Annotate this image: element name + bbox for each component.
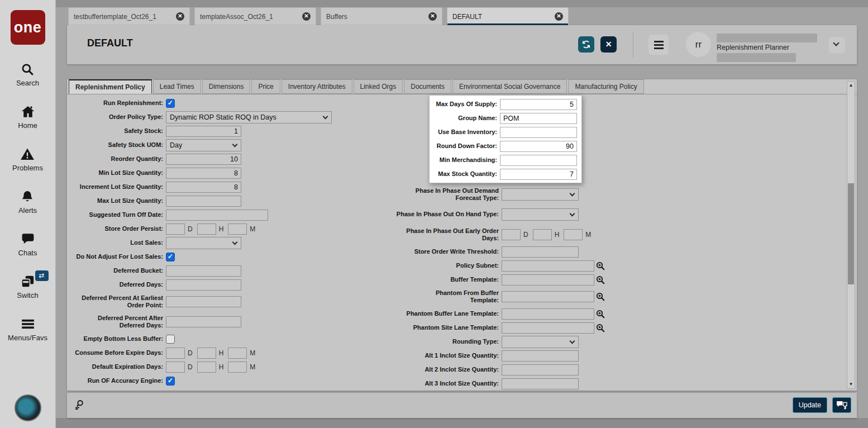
alt-3-inclot-size-quantity-input[interactable]: [502, 378, 579, 389]
workspace-tab[interactable]: templateAssoc_Oct26_1 ✕: [194, 7, 316, 25]
default-expiration-days-input[interactable]: [166, 362, 185, 373]
close-tab-icon[interactable]: ✕: [176, 12, 184, 21]
assistant-avatar[interactable]: [15, 394, 41, 421]
zoom-in-lookup-icon[interactable]: [596, 261, 605, 270]
store-order-persist-hours-input[interactable]: [197, 223, 216, 235]
tab-manufacturing-policy[interactable]: Manufacturing Policy: [568, 79, 643, 94]
suggested-turn-off-date-input[interactable]: [166, 210, 268, 221]
phase-in-phase-out-on-hand-type-select[interactable]: [502, 208, 579, 221]
increment-lot-size-quantity-input[interactable]: [166, 182, 241, 193]
order-policy-type-select[interactable]: Dynamic ROP Static ROQ in Days: [166, 111, 332, 123]
tab-linked-orgs[interactable]: Linked Orgs: [354, 79, 403, 94]
phantom-buffer-lane-template-input[interactable]: [502, 308, 594, 320]
sidebar-item-switch[interactable]: ⇄ Switch: [17, 270, 38, 299]
alt-1-inclot-size-quantity-input[interactable]: [502, 350, 579, 362]
phase-in-phase-out-demand-forecast-type-select[interactable]: [502, 188, 579, 201]
max-days-of-supply-input[interactable]: [500, 99, 577, 110]
tab-documents[interactable]: Documents: [404, 79, 451, 94]
deferred-percent-at-earliest-order-point-input[interactable]: [166, 296, 241, 307]
scroll-down-arrow[interactable]: ▼: [847, 381, 855, 388]
zoom-in-lookup-icon[interactable]: [596, 292, 605, 301]
tab-environmental-social-governance[interactable]: Environmental Social Governance: [452, 79, 567, 94]
do-not-adjust-for-lost-sales-checkbox[interactable]: [166, 253, 175, 261]
deferred-bucket-input[interactable]: [166, 265, 241, 277]
tab-price[interactable]: Price: [251, 79, 280, 94]
default-expiration-hours-input[interactable]: [197, 362, 216, 373]
safety-stock-uom-select[interactable]: Day: [166, 139, 241, 151]
field-phantom-site-lane-template: Phantom Site Lane Template:: [391, 321, 670, 335]
sidebar-item-alerts[interactable]: Alerts: [18, 186, 37, 215]
deferred-percent-after-deferred-days-input[interactable]: [166, 316, 241, 327]
field-label: Phantom Site Lane Template:: [391, 324, 502, 331]
close-tab-icon[interactable]: ✕: [302, 12, 311, 21]
consume-before-expire-minutes-input[interactable]: [228, 348, 247, 359]
header-menu-button[interactable]: [648, 35, 669, 55]
consume-before-expire-hours-input[interactable]: [197, 348, 216, 359]
run-of-accuracy-engine-checkbox[interactable]: [166, 377, 175, 386]
user-avatar[interactable]: rr: [686, 32, 711, 57]
field-run-replenishment: Run Replenishment:: [73, 96, 374, 110]
use-base-inventory-input[interactable]: [500, 127, 577, 138]
policy-subnet-input[interactable]: [502, 260, 594, 272]
tab-inventory-attributes[interactable]: Inventory Attributes: [282, 79, 352, 94]
min-merchandising-input[interactable]: [500, 155, 577, 166]
buffer-template-input[interactable]: [502, 274, 594, 286]
group-name-input[interactable]: [500, 113, 577, 124]
field-order-policy-type: Order Policy Type: Dynamic ROP Static RO…: [73, 110, 374, 124]
sidebar-item-chats[interactable]: Chats: [18, 228, 37, 257]
deferred-days-input[interactable]: [166, 279, 241, 291]
store-order-persist-minutes-input[interactable]: [228, 223, 247, 235]
reorder-quantity-input[interactable]: [166, 154, 241, 165]
tab-dimensions[interactable]: Dimensions: [202, 79, 251, 94]
run-replenishment-checkbox[interactable]: [166, 99, 175, 108]
sidebar-item-problems[interactable]: Problems: [12, 143, 43, 172]
workspace-tab-active[interactable]: DEFAULT ✕: [447, 7, 569, 25]
close-tab-icon[interactable]: ✕: [555, 12, 563, 21]
empty-bottom-less-buffer-checkbox[interactable]: [166, 335, 175, 344]
phase-in-phase-out-early-order-minutes-input[interactable]: [564, 229, 583, 240]
one-logo[interactable]: one: [11, 10, 45, 45]
min-lot-size-quantity-input[interactable]: [166, 168, 241, 179]
safety-stock-input[interactable]: [166, 126, 241, 137]
tab-lead-times[interactable]: Lead Times: [153, 79, 201, 94]
max-stock-quantity-input[interactable]: [500, 169, 577, 180]
sidebar-item-home[interactable]: Home: [18, 101, 37, 130]
zoom-in-lookup-icon[interactable]: [596, 324, 605, 332]
field-group-name: Group Name:: [431, 111, 579, 125]
user-menu-button[interactable]: [829, 37, 845, 53]
lost-sales-select[interactable]: [166, 237, 241, 249]
refresh-button[interactable]: [578, 36, 594, 53]
store-order-write-threshold-input[interactable]: [502, 246, 579, 258]
phase-in-phase-out-early-order-hours-input[interactable]: [533, 229, 552, 240]
phase-in-phase-out-early-order-days-input[interactable]: [502, 229, 521, 240]
workspace-tab[interactable]: testbuffertemplate_Oct26_1 ✕: [68, 7, 190, 25]
sidebar-item-search[interactable]: Search: [16, 58, 39, 87]
close-tab-icon[interactable]: ✕: [428, 12, 437, 21]
find-in-list-icon[interactable]: [74, 399, 85, 413]
field-label: Default Expiration Days:: [73, 363, 166, 370]
phantom-from-buffer-template-input[interactable]: [502, 291, 594, 302]
tab-replenishment-policy[interactable]: Replenishment Policy: [69, 79, 152, 94]
vertical-scrollbar[interactable]: ▲ ▼: [847, 81, 855, 389]
field-phase-in-phase-out-on-hand-type: Phase In Phase Out On Hand Type:: [391, 205, 670, 225]
workspace-tab[interactable]: Buffers ✕: [321, 7, 442, 25]
rounding-type-select[interactable]: [502, 336, 579, 348]
sidebar-item-menus-favs[interactable]: Menus/Favs: [8, 313, 47, 342]
zoom-in-lookup-icon[interactable]: [596, 275, 605, 284]
scrollbar-thumb[interactable]: [848, 183, 854, 284]
store-order-persist-days-input[interactable]: [166, 223, 185, 235]
consume-before-expire-days-input[interactable]: [166, 348, 185, 359]
phantom-site-lane-template-input[interactable]: [502, 322, 594, 334]
round-down-factor-input[interactable]: [500, 141, 577, 152]
alt-2-inclot-size-quantity-input[interactable]: [502, 364, 579, 375]
zoom-in-lookup-icon[interactable]: [596, 310, 605, 318]
close-page-button[interactable]: ✕: [600, 36, 617, 53]
menu-icon: [21, 317, 35, 332]
chat-button[interactable]: [832, 397, 851, 413]
default-expiration-minutes-input[interactable]: [228, 362, 247, 373]
field-min-merchandising: Min Merchandising:: [431, 153, 579, 167]
max-lot-size-quantity-input[interactable]: [166, 196, 241, 207]
update-button[interactable]: Update: [793, 397, 827, 413]
switch-badge-icon[interactable]: ⇄: [35, 270, 49, 281]
scroll-up-arrow[interactable]: ▲: [847, 82, 855, 89]
